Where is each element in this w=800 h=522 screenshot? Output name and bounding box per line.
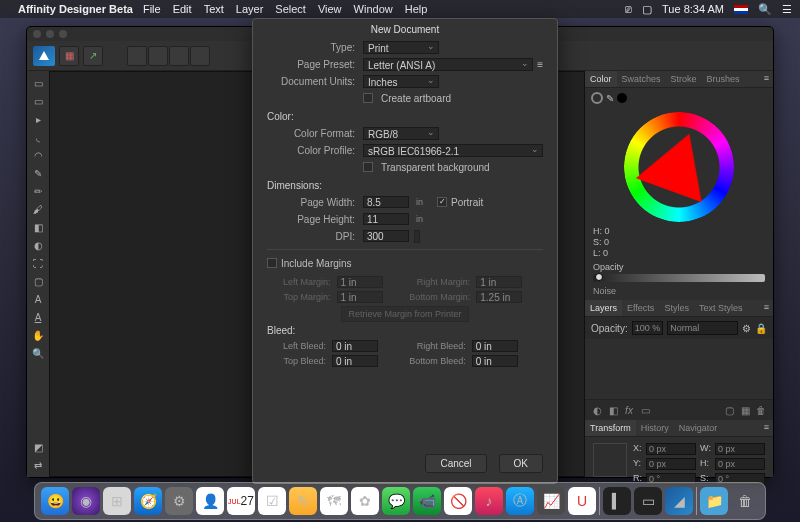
dock-reminders-icon[interactable]: ☑	[258, 487, 286, 515]
fill-tool-icon[interactable]: ◧	[30, 219, 46, 235]
swap-colors-icon[interactable]: ⇄	[30, 457, 46, 473]
toolbar-button[interactable]	[148, 46, 168, 66]
right-bleed-input[interactable]	[472, 340, 518, 352]
dock-music-icon[interactable]: ♪	[475, 487, 503, 515]
menu-window[interactable]: Window	[354, 3, 393, 15]
portrait-checkbox[interactable]	[437, 197, 447, 207]
corner-tool-icon[interactable]: ◠	[30, 147, 46, 163]
tab-layers[interactable]: Layers	[585, 300, 622, 316]
text-tool-icon[interactable]: A	[30, 291, 46, 307]
tab-transform[interactable]: Transform	[585, 420, 636, 436]
color-format-dropdown[interactable]: RGB/8	[363, 127, 439, 140]
retrieve-margin-button[interactable]: Retrieve Margin from Printer	[341, 306, 468, 322]
dock-downloads-icon[interactable]: 📁	[700, 487, 728, 515]
top-bleed-input[interactable]	[332, 355, 378, 367]
y-input[interactable]: 0 px	[646, 458, 696, 470]
add-pixel-layer-icon[interactable]: ▦	[737, 403, 753, 417]
brush-tool-icon[interactable]: 🖌	[30, 201, 46, 217]
page-preset-dropdown[interactable]: Letter (ANSI A)	[363, 58, 533, 71]
lock-icon[interactable]: 🔒	[755, 323, 767, 334]
ok-button[interactable]: OK	[499, 454, 543, 473]
dock-stocks-icon[interactable]: 📈	[537, 487, 565, 515]
dock-finder-icon[interactable]: 😀	[41, 487, 69, 515]
left-margin-input[interactable]	[337, 276, 383, 288]
panel-menu-icon[interactable]: ≡	[760, 420, 773, 436]
color-eyedropper-icon[interactable]: ✎	[606, 93, 614, 104]
top-margin-input[interactable]	[337, 291, 383, 303]
adjustment-icon[interactable]: ◧	[605, 403, 621, 417]
dock-affinity-designer-icon[interactable]: ◢	[665, 487, 693, 515]
color-ring-icon[interactable]	[591, 92, 603, 104]
dock-maps-icon[interactable]: 🗺	[320, 487, 348, 515]
tab-styles[interactable]: Styles	[659, 300, 694, 316]
color-profile-dropdown[interactable]: sRGB IEC61966-2.1	[363, 144, 543, 157]
pencil-tool-icon[interactable]: ✏	[30, 183, 46, 199]
document-units-dropdown[interactable]: Inches	[363, 75, 439, 88]
toolbar-button[interactable]	[127, 46, 147, 66]
bottom-bleed-input[interactable]	[472, 355, 518, 367]
dock-settings-icon[interactable]: ⚙	[165, 487, 193, 515]
fx-icon[interactable]: fx	[621, 403, 637, 417]
menu-select[interactable]: Select	[275, 3, 306, 15]
menubar-clock[interactable]: Tue 8:34 AM	[662, 3, 724, 15]
include-margins-checkbox[interactable]	[267, 258, 277, 268]
layer-opacity-value[interactable]: 100 %	[632, 321, 664, 335]
artboard-tool-icon[interactable]: ▭	[30, 93, 46, 109]
spotlight-icon[interactable]: 🔍	[758, 3, 772, 16]
create-artboard-checkbox[interactable]	[363, 93, 373, 103]
dock-facetime-icon[interactable]: 📹	[413, 487, 441, 515]
shape-tool-icon[interactable]: ▢	[30, 273, 46, 289]
app-name[interactable]: Affinity Designer Beta	[18, 3, 133, 15]
menu-text[interactable]: Text	[204, 3, 224, 15]
preset-menu-icon[interactable]: ≡	[537, 59, 543, 70]
dock-notes-icon[interactable]: ✎	[289, 487, 317, 515]
airplay-icon[interactable]: ▢	[642, 3, 652, 16]
panel-menu-icon[interactable]: ≡	[760, 71, 773, 87]
left-bleed-input[interactable]	[332, 340, 378, 352]
dock-messages-icon[interactable]: 💬	[382, 487, 410, 515]
dock-magnet-icon[interactable]: U	[568, 487, 596, 515]
w-input[interactable]: 0 px	[715, 443, 765, 455]
screencast-icon[interactable]: ⎚	[625, 3, 632, 15]
opacity-slider[interactable]	[593, 274, 765, 282]
h-input[interactable]: 0 px	[715, 458, 765, 470]
dock-photos-icon[interactable]: ✿	[351, 487, 379, 515]
node-tool-icon[interactable]: ◟	[30, 129, 46, 145]
menu-help[interactable]: Help	[405, 3, 428, 15]
persona-pixel-icon[interactable]: ▦	[59, 46, 79, 66]
tab-history[interactable]: History	[636, 420, 674, 436]
dock-terminal-icon[interactable]: ▍	[603, 487, 631, 515]
dock-news-icon[interactable]: 🚫	[444, 487, 472, 515]
tab-effects[interactable]: Effects	[622, 300, 659, 316]
menu-layer[interactable]: Layer	[236, 3, 264, 15]
color-wheel[interactable]	[624, 112, 734, 222]
toolbar-button[interactable]	[169, 46, 189, 66]
type-dropdown[interactable]: Print	[363, 41, 439, 54]
dock-siri-icon[interactable]: ◉	[72, 487, 100, 515]
zoom-tool-icon[interactable]: 🔍	[30, 345, 46, 361]
input-source-flag-icon[interactable]	[734, 5, 748, 14]
move-tool-icon[interactable]: ▭	[30, 75, 46, 91]
dock-app-icon[interactable]: ▭	[634, 487, 662, 515]
hand-tool-icon[interactable]: ✋	[30, 327, 46, 343]
group-icon[interactable]: ▭	[637, 403, 653, 417]
delete-layer-icon[interactable]: 🗑	[753, 403, 769, 417]
dock-trash-icon[interactable]: 🗑	[731, 487, 759, 515]
menu-file[interactable]: File	[143, 3, 161, 15]
tab-stroke[interactable]: Stroke	[666, 71, 702, 87]
window-minimize-button[interactable]	[46, 30, 54, 38]
dock-safari-icon[interactable]: 🧭	[134, 487, 162, 515]
cancel-button[interactable]: Cancel	[425, 454, 486, 473]
dock-appstore-icon[interactable]: Ⓐ	[506, 487, 534, 515]
menubar-menu-icon[interactable]: ☰	[782, 3, 792, 16]
arrow-tool-icon[interactable]: ▸	[30, 111, 46, 127]
tab-text-styles[interactable]: Text Styles	[694, 300, 748, 316]
dock-launchpad-icon[interactable]: ⊞	[103, 487, 131, 515]
window-zoom-button[interactable]	[59, 30, 67, 38]
crop-tool-icon[interactable]: ⛶	[30, 255, 46, 271]
persona-export-icon[interactable]: ↗	[83, 46, 103, 66]
mask-icon[interactable]: ◐	[589, 403, 605, 417]
dpi-input[interactable]	[363, 230, 409, 242]
bottom-margin-input[interactable]	[476, 291, 522, 303]
menu-view[interactable]: View	[318, 3, 342, 15]
